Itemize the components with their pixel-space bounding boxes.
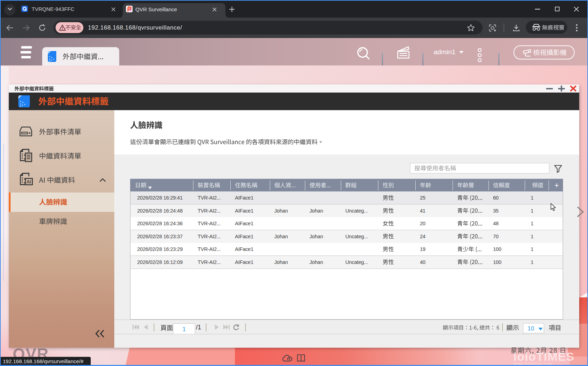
- svg-text:AI: AI: [27, 179, 31, 184]
